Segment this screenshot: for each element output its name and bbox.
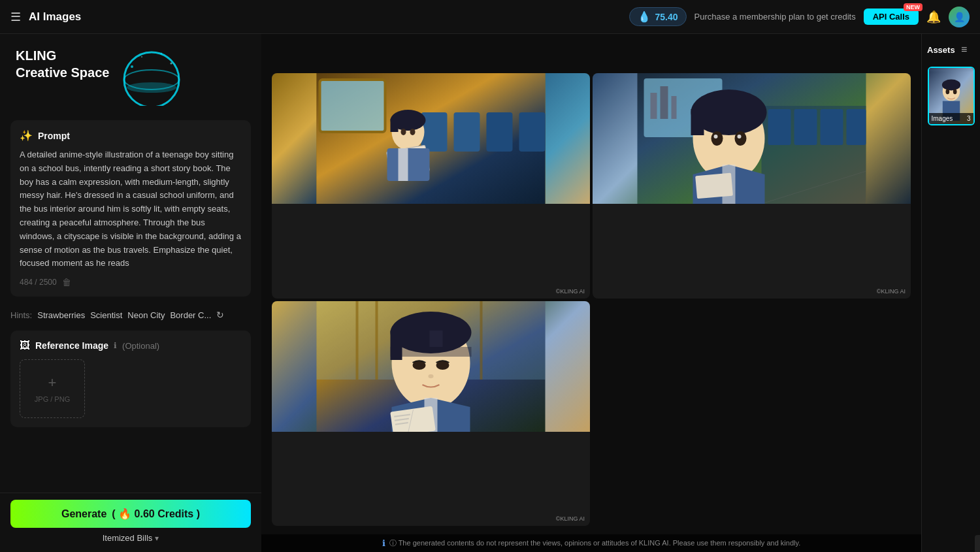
api-calls-button[interactable]: API Calls NEW — [864, 8, 919, 25]
svg-point-68 — [953, 89, 956, 95]
main-content: KLING Creative Space — [0, 34, 980, 552]
image-card-3[interactable]: ©KLING AI — [272, 301, 590, 527]
hint-strawberries[interactable]: Strawberries — [37, 310, 85, 320]
hint-neon-city[interactable]: Neon City — [127, 310, 165, 320]
hints-label: Hints: — [10, 310, 32, 320]
reference-title: Reference Image — [35, 340, 108, 351]
app-title: AI Images — [29, 10, 81, 24]
right-panel: Assets ≡ ⧉ — [921, 34, 980, 552]
prompt-section: ✨ Prompt A detailed anime-style illustra… — [10, 120, 251, 297]
svg-point-39 — [711, 131, 723, 146]
asset-thumbnail-1[interactable]: Images 3 — [928, 67, 975, 125]
refresh-icon[interactable]: ↻ — [216, 310, 224, 320]
watermark-1: ©KLING AI — [556, 288, 585, 295]
prompt-header: ✨ Prompt — [20, 129, 242, 142]
reference-header: 🖼 Reference Image ℹ (Optional) — [20, 340, 242, 351]
avatar[interactable]: 👤 — [949, 7, 970, 27]
svg-rect-54 — [391, 347, 472, 357]
svg-rect-49 — [480, 301, 483, 380]
credits-badge[interactable]: 💧 75.40 — [629, 7, 686, 26]
svg-rect-17 — [391, 119, 399, 132]
disclaimer-icon: ℹ — [382, 538, 385, 548]
left-sidebar: KLING Creative Space — [0, 34, 261, 552]
generate-credits: ( 🔥 0.60 Credits ) — [112, 508, 200, 520]
svg-point-6 — [161, 53, 163, 55]
optional-text: (Optional) — [122, 341, 159, 351]
prompt-title: Prompt — [38, 131, 70, 141]
svg-rect-37 — [691, 109, 704, 135]
center-content: ©KLING AI — [261, 34, 921, 552]
image-card-1[interactable]: ©KLING AI — [272, 73, 590, 299]
collapse-panel-button[interactable]: 《 — [975, 535, 980, 552]
svg-rect-22 — [387, 148, 430, 181]
drop-icon: 💧 — [638, 10, 651, 23]
hint-scientist[interactable]: Scientist — [90, 310, 122, 320]
upload-box[interactable]: + JPG / PNG — [20, 359, 85, 418]
thumbnail-label: Images 3 — [929, 113, 973, 124]
plus-icon: + — [48, 374, 57, 391]
generate-button[interactable]: Generate ( 🔥 0.60 Credits ) — [10, 500, 251, 528]
bell-icon[interactable]: 🔔 — [926, 10, 941, 24]
svg-rect-31 — [794, 109, 817, 145]
svg-point-66 — [941, 80, 960, 91]
char-count: 484 / 2500 🗑 — [20, 277, 242, 287]
svg-point-2 — [127, 82, 176, 93]
svg-rect-23 — [399, 148, 408, 181]
svg-point-19 — [410, 129, 416, 135]
svg-point-3 — [131, 65, 133, 68]
watermark-3: ©KLING AI — [556, 515, 585, 522]
brand-text: KLING Creative Space — [16, 47, 109, 81]
itemized-bills-toggle[interactable]: Itemized Bills ▾ — [10, 533, 251, 543]
svg-point-5 — [141, 56, 142, 57]
reference-image-icon: 🖼 — [20, 340, 30, 351]
svg-rect-13 — [487, 112, 513, 152]
nav-right: 💧 75.40 Purchase a membership plan to ge… — [629, 7, 970, 27]
images-grid: ©KLING AI — [261, 34, 921, 552]
svg-rect-38 — [728, 109, 741, 129]
purchase-text: Purchase a membership plan to get credit… — [694, 12, 856, 22]
svg-rect-53 — [430, 331, 443, 347]
image-card-2[interactable]: ©KLING AI — [593, 73, 911, 299]
credits-amount: 75.40 — [655, 12, 678, 22]
layers-icon[interactable]: ≡ — [955, 41, 973, 59]
svg-rect-33 — [847, 109, 866, 145]
svg-rect-27 — [661, 86, 668, 119]
info-icon[interactable]: ℹ — [114, 341, 117, 350]
assets-label: Assets — [927, 45, 955, 55]
svg-rect-28 — [672, 96, 677, 119]
top-navigation: ☰ AI Images 💧 75.40 Purchase a membershi… — [0, 0, 980, 34]
svg-rect-12 — [454, 112, 480, 152]
itemized-bills-label: Itemized Bills — [103, 533, 153, 543]
nav-left: ☰ AI Images — [10, 10, 621, 24]
thumbnail-count: 3 — [967, 115, 971, 122]
generate-footer: Generate ( 🔥 0.60 Credits ) Itemized Bil… — [0, 493, 261, 552]
watermark-2: ©KLING AI — [877, 288, 906, 295]
svg-rect-26 — [651, 93, 657, 119]
trash-icon[interactable]: 🗑 — [62, 277, 71, 287]
menu-icon[interactable]: ☰ — [10, 10, 21, 24]
thumbnail-text: Images — [932, 115, 953, 122]
generate-label: Generate — [61, 508, 106, 520]
anime-image-3 — [272, 301, 590, 432]
disclaimer-bar: ℹ ⓘ The generated contents do not repres… — [261, 534, 921, 552]
svg-point-4 — [171, 63, 172, 65]
svg-point-0 — [124, 52, 179, 106]
assets-header-row: Assets ≡ ⧉ — [922, 41, 980, 59]
upload-format: JPG / PNG — [35, 395, 70, 403]
svg-rect-14 — [519, 112, 546, 152]
chevron-down-icon: ▾ — [155, 534, 159, 543]
svg-rect-44 — [695, 173, 733, 199]
anime-image-1 — [272, 73, 590, 204]
prompt-text[interactable]: A detailed anime-style illustration of a… — [20, 148, 242, 270]
reference-section: 🖼 Reference Image ℹ (Optional) + JPG / P… — [10, 331, 251, 427]
svg-point-40 — [735, 131, 747, 146]
svg-point-41 — [714, 135, 718, 138]
svg-point-67 — [945, 89, 949, 95]
svg-point-57 — [429, 374, 434, 378]
brand-area: KLING Creative Space — [0, 34, 261, 112]
hint-border[interactable]: Border C... — [170, 310, 211, 320]
hints-area: Hints: Strawberries Scientist Neon City … — [0, 304, 261, 325]
svg-rect-48 — [376, 301, 378, 380]
svg-point-42 — [738, 135, 742, 138]
svg-rect-9 — [320, 80, 385, 132]
